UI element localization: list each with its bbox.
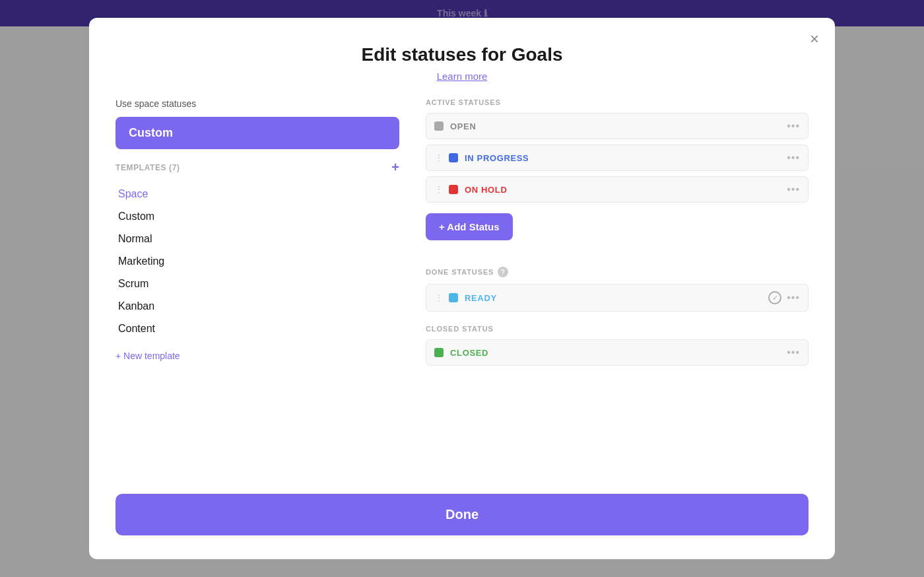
status-actions-open: ••• xyxy=(787,120,800,132)
learn-more-link[interactable]: Learn more xyxy=(437,71,488,82)
status-actions-onhold: ••• xyxy=(787,184,800,195)
templates-add-icon[interactable]: + xyxy=(391,160,399,175)
template-item-custom[interactable]: Custom xyxy=(116,205,399,228)
closed-status-section-label: CLOSED STATUS xyxy=(426,325,808,333)
status-dot-onhold xyxy=(449,185,458,194)
status-actions-inprogress: ••• xyxy=(787,152,800,164)
modal: × Edit statuses for Goals Learn more Use… xyxy=(89,18,835,559)
status-actions-ready: ✓ ••• xyxy=(768,291,800,304)
status-dot-ready xyxy=(449,293,458,302)
template-item-marketing[interactable]: Marketing xyxy=(116,250,399,273)
modal-backdrop: × Edit statuses for Goals Learn more Use… xyxy=(0,0,924,577)
status-name-open: OPEN xyxy=(450,121,787,131)
done-button[interactable]: Done xyxy=(116,494,808,535)
status-row-inprogress: ⋮ IN PROGRESS ••• xyxy=(426,145,808,171)
close-button[interactable]: × xyxy=(810,31,819,47)
status-name-ready: READY xyxy=(465,293,768,303)
status-more-ready[interactable]: ••• xyxy=(787,292,800,304)
use-space-label: Use space statuses xyxy=(116,98,399,109)
active-statuses-section-label: ACTIVE STATUSES xyxy=(426,98,808,106)
status-dot-open xyxy=(434,121,444,131)
done-statuses-section-label: DONE STATUSES ? xyxy=(426,267,808,277)
status-more-open[interactable]: ••• xyxy=(787,120,800,132)
done-statuses-help-icon[interactable]: ? xyxy=(498,267,508,277)
drag-handle-inprogress[interactable]: ⋮ xyxy=(434,153,444,163)
modal-header: Edit statuses for Goals Learn more xyxy=(116,44,808,83)
custom-selected-button[interactable]: Custom xyxy=(116,117,399,149)
status-row-onhold: ⋮ ON HOLD ••• xyxy=(426,176,808,203)
status-dot-closed xyxy=(434,348,444,357)
status-actions-closed: ••• xyxy=(787,347,800,358)
status-row-closed: CLOSED ••• xyxy=(426,339,808,366)
status-row-open: OPEN ••• xyxy=(426,113,808,139)
new-template-link[interactable]: + New template xyxy=(116,351,180,361)
modal-body: Use space statuses Custom TEMPLATES (7) … xyxy=(116,98,808,467)
left-panel: Use space statuses Custom TEMPLATES (7) … xyxy=(116,98,399,467)
modal-title: Edit statuses for Goals xyxy=(116,44,808,65)
status-name-inprogress: IN PROGRESS xyxy=(465,153,787,163)
template-item-kanban[interactable]: Kanban xyxy=(116,295,399,318)
status-more-onhold[interactable]: ••• xyxy=(787,184,800,195)
status-dot-inprogress xyxy=(449,153,458,162)
template-list: Space Custom Normal Marketing Scrum Kanb… xyxy=(116,183,399,340)
right-panel: ACTIVE STATUSES OPEN ••• ⋮ IN PROGRESS xyxy=(426,98,808,467)
status-row-ready: ⋮ READY ✓ ••• xyxy=(426,284,808,312)
status-more-closed[interactable]: ••• xyxy=(787,347,800,358)
templates-label: TEMPLATES (7) xyxy=(116,163,180,172)
template-item-space[interactable]: Space xyxy=(116,183,399,205)
drag-handle-ready[interactable]: ⋮ xyxy=(434,292,444,303)
drag-handle-onhold[interactable]: ⋮ xyxy=(434,184,444,195)
ready-check-icon: ✓ xyxy=(768,291,781,304)
add-status-button[interactable]: + Add Status xyxy=(426,213,513,240)
templates-header: TEMPLATES (7) + xyxy=(116,160,399,175)
template-item-normal[interactable]: Normal xyxy=(116,228,399,250)
status-more-inprogress[interactable]: ••• xyxy=(787,152,800,164)
status-name-closed: CLOSED xyxy=(450,348,787,358)
template-item-content[interactable]: Content xyxy=(116,318,399,340)
status-name-onhold: ON HOLD xyxy=(465,185,787,195)
template-item-scrum[interactable]: Scrum xyxy=(116,273,399,295)
